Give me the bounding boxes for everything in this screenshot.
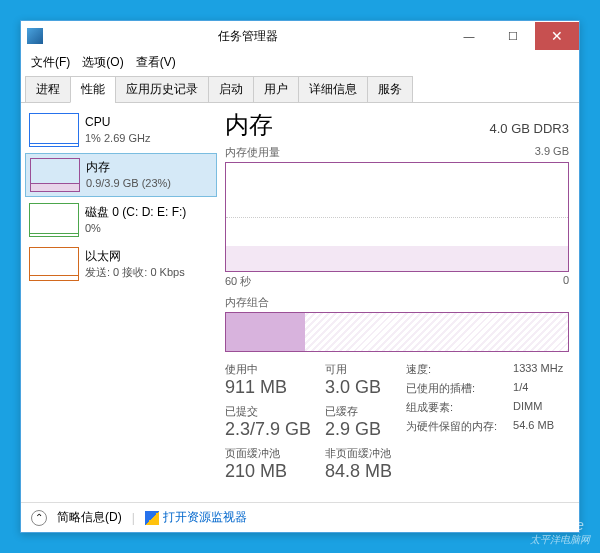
footer: ⌃ 简略信息(D) | 打开资源监视器 bbox=[21, 502, 579, 532]
axis-left: 60 秒 bbox=[225, 274, 251, 289]
memory-thumb bbox=[30, 158, 80, 192]
tab-performance[interactable]: 性能 bbox=[70, 76, 116, 103]
window-title: 任务管理器 bbox=[49, 28, 447, 45]
cpu-sub: 1% 2.69 GHz bbox=[85, 131, 150, 145]
form-value: DIMM bbox=[513, 400, 569, 415]
simple-info-button[interactable]: 简略信息(D) bbox=[57, 509, 122, 526]
tab-services[interactable]: 服务 bbox=[367, 76, 413, 103]
ethernet-thumb bbox=[29, 247, 79, 281]
chevron-up-icon[interactable]: ⌃ bbox=[31, 510, 47, 526]
tab-history[interactable]: 应用历史记录 bbox=[115, 76, 209, 103]
usage-max: 3.9 GB bbox=[535, 145, 569, 160]
memory-sub: 0.9/3.9 GB (23%) bbox=[86, 176, 171, 190]
inuse-label: 使用中 bbox=[225, 362, 311, 377]
app-icon bbox=[27, 28, 43, 44]
ethernet-label: 以太网 bbox=[85, 249, 185, 265]
titlebar[interactable]: 任务管理器 — ☐ ✕ bbox=[21, 21, 579, 51]
cached-value: 2.9 GB bbox=[325, 419, 392, 440]
speed-value: 1333 MHz bbox=[513, 362, 569, 377]
paged-value: 210 MB bbox=[225, 461, 311, 482]
nonpaged-label: 非页面缓冲池 bbox=[325, 446, 392, 461]
menu-file[interactable]: 文件(F) bbox=[25, 52, 76, 73]
avail-label: 可用 bbox=[325, 362, 392, 377]
memory-label: 内存 bbox=[86, 160, 171, 176]
sidebar-item-disk[interactable]: 磁盘 0 (C: D: E: F:)0% bbox=[25, 199, 217, 241]
cached-label: 已缓存 bbox=[325, 404, 392, 419]
usage-label: 内存使用量 bbox=[225, 145, 280, 160]
tabs: 进程 性能 应用历史记录 启动 用户 详细信息 服务 bbox=[21, 75, 579, 103]
inuse-value: 911 MB bbox=[225, 377, 311, 398]
slots-label: 已使用的插槽: bbox=[406, 381, 503, 396]
memory-usage-chart bbox=[225, 162, 569, 272]
disk-label: 磁盘 0 (C: D: E: F:) bbox=[85, 205, 186, 221]
hw-label: 为硬件保留的内存: bbox=[406, 419, 503, 434]
avail-value: 3.0 GB bbox=[325, 377, 392, 398]
committed-label: 已提交 bbox=[225, 404, 311, 419]
disk-thumb bbox=[29, 203, 79, 237]
cpu-thumb bbox=[29, 113, 79, 147]
speed-label: 速度: bbox=[406, 362, 503, 377]
slots-value: 1/4 bbox=[513, 381, 569, 396]
main-panel: 内存 4.0 GB DDR3 内存使用量3.9 GB 60 秒0 内存组合 使用… bbox=[221, 103, 579, 502]
close-button[interactable]: ✕ bbox=[535, 22, 579, 50]
nonpaged-value: 84.8 MB bbox=[325, 461, 392, 482]
task-manager-window: 任务管理器 — ☐ ✕ 文件(F) 选项(O) 查看(V) 进程 性能 应用历史… bbox=[20, 20, 580, 533]
ethernet-sub: 发送: 0 接收: 0 Kbps bbox=[85, 265, 185, 279]
sidebar: CPU1% 2.69 GHz 内存0.9/3.9 GB (23%) 磁盘 0 (… bbox=[21, 103, 221, 502]
cpu-label: CPU bbox=[85, 115, 150, 131]
sidebar-item-memory[interactable]: 内存0.9/3.9 GB (23%) bbox=[25, 153, 217, 197]
sidebar-item-cpu[interactable]: CPU1% 2.69 GHz bbox=[25, 109, 217, 151]
page-title: 内存 bbox=[225, 109, 273, 141]
maximize-button[interactable]: ☐ bbox=[491, 22, 535, 50]
tab-users[interactable]: 用户 bbox=[253, 76, 299, 103]
memory-spec: 4.0 GB DDR3 bbox=[490, 121, 569, 136]
memory-composition-chart bbox=[225, 312, 569, 352]
paged-label: 页面缓冲池 bbox=[225, 446, 311, 461]
body: CPU1% 2.69 GHz 内存0.9/3.9 GB (23%) 磁盘 0 (… bbox=[21, 103, 579, 502]
disk-sub: 0% bbox=[85, 221, 186, 235]
resource-monitor-link[interactable]: 打开资源监视器 bbox=[145, 509, 247, 526]
menubar: 文件(F) 选项(O) 查看(V) bbox=[21, 51, 579, 73]
minimize-button[interactable]: — bbox=[447, 22, 491, 50]
sidebar-item-ethernet[interactable]: 以太网发送: 0 接收: 0 Kbps bbox=[25, 243, 217, 285]
menu-options[interactable]: 选项(O) bbox=[76, 52, 129, 73]
menu-view[interactable]: 查看(V) bbox=[130, 52, 182, 73]
shield-icon bbox=[145, 511, 159, 525]
axis-right: 0 bbox=[563, 274, 569, 289]
composition-label: 内存组合 bbox=[225, 295, 269, 310]
tab-startup[interactable]: 启动 bbox=[208, 76, 254, 103]
form-label: 组成要素: bbox=[406, 400, 503, 415]
tab-details[interactable]: 详细信息 bbox=[298, 76, 368, 103]
tab-processes[interactable]: 进程 bbox=[25, 76, 71, 103]
committed-value: 2.3/7.9 GB bbox=[225, 419, 311, 440]
hw-value: 54.6 MB bbox=[513, 419, 569, 434]
